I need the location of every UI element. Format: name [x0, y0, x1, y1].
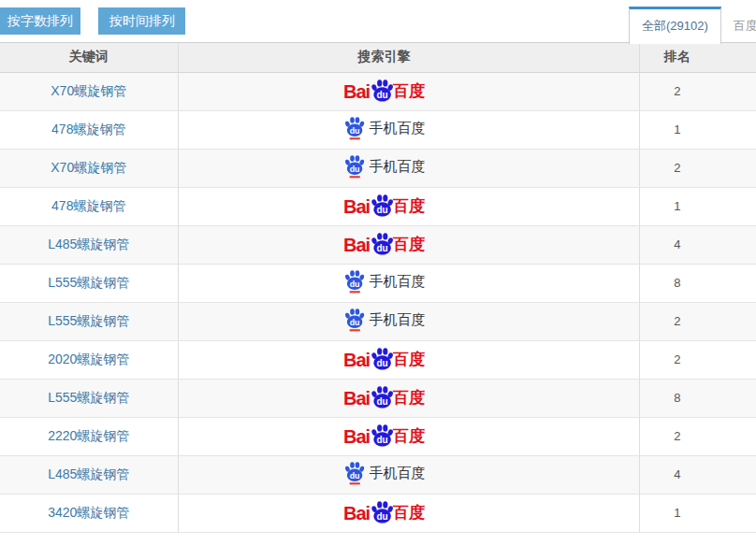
- engine-cell: du 手机百度: [178, 264, 639, 302]
- table-row: 478螺旋钢管 Bai du 百度 1: [0, 187, 756, 225]
- engine-filter-tabs: 全部(29102) 百度: [629, 7, 756, 44]
- column-header-engine: 搜索引擎: [178, 43, 639, 72]
- rank-value: 4: [639, 455, 756, 494]
- baidu-mobile-du-text: du: [349, 470, 359, 480]
- baidu-pc-logo: Bai du 百度: [343, 79, 425, 104]
- keyword-link[interactable]: 2020螺旋钢管: [48, 351, 129, 366]
- rank-value: 2: [639, 149, 756, 187]
- column-header-keyword: 关键词: [0, 43, 178, 72]
- engine-cell: du 手机百度: [178, 110, 639, 149]
- baidu-logo-du-text: du: [377, 435, 388, 445]
- baidu-paw-icon: du: [370, 347, 395, 372]
- baidu-mobile-logo: du 手机百度: [343, 116, 426, 140]
- rank-value: 2: [639, 302, 756, 340]
- baidu-mobile-label: 手机百度: [370, 274, 426, 288]
- baidu-logo-du-text: du: [377, 396, 388, 407]
- keyword-cell: 2020螺旋钢管: [0, 340, 178, 379]
- tab-baidu[interactable]: 百度: [721, 8, 756, 44]
- keyword-link[interactable]: L555螺旋钢管: [48, 275, 129, 290]
- table-row: 2220螺旋钢管 Bai du 百度 2: [0, 417, 756, 455]
- baidu-mobile-logo: du 手机百度: [343, 308, 426, 332]
- baidu-paw-icon: du: [370, 79, 395, 104]
- engine-cell: Bai du 百度: [178, 225, 639, 264]
- keyword-link[interactable]: 478螺旋钢管: [51, 122, 125, 136]
- table-row: L485螺旋钢管 Bai du 百度 4: [0, 225, 756, 264]
- baidu-mobile-label: 手机百度: [370, 121, 426, 135]
- baidu-mobile-du-text: du: [349, 279, 359, 288]
- baidu-paw-icon: du: [370, 232, 395, 257]
- baidu-mobile-underline: [349, 176, 359, 178]
- sort-by-chars-button[interactable]: 按字数排列: [0, 7, 80, 35]
- keyword-cell: L555螺旋钢管: [0, 302, 178, 340]
- baidu-logo-cn-text: 百度: [393, 83, 425, 99]
- keyword-cell: L485螺旋钢管: [0, 455, 178, 494]
- engine-cell: Bai du 百度: [178, 187, 639, 225]
- table-row: L555螺旋钢管 Bai du 百度 8: [0, 379, 756, 417]
- baidu-pc-logo: Bai du 百度: [343, 500, 425, 525]
- rank-value: 8: [639, 264, 756, 302]
- baidu-logo-bai-text: Bai: [343, 197, 370, 216]
- baidu-paw-icon: du: [370, 500, 395, 525]
- keyword-link[interactable]: X70螺旋钢管: [51, 160, 126, 175]
- baidu-mobile-underline: [349, 482, 359, 484]
- keyword-link[interactable]: L555螺旋钢管: [48, 390, 129, 405]
- baidu-logo-du-text: du: [377, 358, 388, 368]
- rank-value: 1: [639, 187, 756, 225]
- baidu-logo-cn-text: 百度: [393, 390, 425, 406]
- baidu-mobile-label: 手机百度: [370, 312, 426, 326]
- keyword-link[interactable]: 3420螺旋钢管: [48, 505, 129, 520]
- engine-cell: du 手机百度: [178, 149, 639, 187]
- sort-by-time-button[interactable]: 按时间排列: [98, 7, 185, 35]
- rank-value: 1: [639, 110, 756, 149]
- keyword-link[interactable]: 478螺旋钢管: [51, 198, 125, 213]
- baidu-mobile-paw-icon: du: [343, 116, 366, 140]
- keyword-link[interactable]: L485螺旋钢管: [48, 466, 129, 481]
- tab-all[interactable]: 全部(29102): [629, 7, 721, 44]
- baidu-paw-icon: du: [370, 423, 395, 449]
- baidu-pc-logo: Bai du 百度: [343, 347, 425, 372]
- engine-cell: Bai du 百度: [178, 494, 639, 532]
- table-row: 2020螺旋钢管 Bai du 百度 2: [0, 340, 756, 379]
- baidu-logo-du-text: du: [377, 90, 388, 100]
- engine-cell: du 手机百度: [178, 302, 639, 340]
- keyword-link[interactable]: 2220螺旋钢管: [48, 428, 129, 443]
- baidu-logo-du-text: du: [377, 205, 388, 215]
- table-row: 3420螺旋钢管 Bai du 百度 1: [0, 494, 756, 532]
- baidu-logo-du-text: du: [377, 511, 388, 522]
- keyword-link[interactable]: L555螺旋钢管: [48, 313, 129, 328]
- baidu-pc-logo: Bai du 百度: [343, 385, 425, 410]
- table-row: X70螺旋钢管 du 手机百度 2: [0, 149, 756, 187]
- engine-cell: Bai du 百度: [178, 340, 639, 379]
- baidu-logo-bai-text: Bai: [343, 504, 370, 523]
- baidu-pc-logo: Bai du 百度: [343, 194, 425, 219]
- keyword-cell: X70螺旋钢管: [0, 149, 178, 187]
- table-row: L555螺旋钢管 du 手机百度 2: [0, 302, 756, 340]
- rank-value: 1: [639, 494, 756, 532]
- baidu-mobile-paw-icon: du: [343, 461, 366, 485]
- keyword-cell: L555螺旋钢管: [0, 264, 178, 302]
- keyword-link[interactable]: L485螺旋钢管: [48, 237, 129, 251]
- keyword-cell: 2220螺旋钢管: [0, 417, 178, 455]
- baidu-paw-icon: du: [370, 194, 395, 219]
- baidu-pc-logo: Bai du 百度: [343, 232, 425, 257]
- table-row: L485螺旋钢管 du 手机百度 4: [0, 455, 756, 494]
- baidu-logo-du-text: du: [377, 243, 388, 253]
- table-row: 478螺旋钢管 du 手机百度 1: [0, 110, 756, 149]
- baidu-logo-bai-text: Bai: [343, 427, 370, 446]
- keyword-rank-page: 按字数排列 按时间排列 全部(29102) 百度 关键词 搜索引擎 排名 X70…: [0, 0, 756, 545]
- baidu-mobile-underline: [349, 329, 359, 331]
- table-header: 关键词 搜索引擎 排名: [0, 43, 756, 72]
- baidu-mobile-paw-icon: du: [343, 269, 366, 294]
- table-body: X70螺旋钢管 Bai du 百度 2 478螺旋钢管: [0, 72, 756, 532]
- baidu-paw-icon: du: [370, 385, 395, 410]
- rank-value: 2: [639, 417, 756, 455]
- column-header-rank: 排名: [639, 43, 756, 72]
- baidu-mobile-du-text: du: [349, 164, 359, 173]
- baidu-mobile-logo: du 手机百度: [343, 461, 426, 485]
- table-row: X70螺旋钢管 Bai du 百度 2: [0, 72, 756, 110]
- baidu-mobile-logo: du 手机百度: [343, 269, 426, 294]
- table-row: L555螺旋钢管 du 手机百度 8: [0, 264, 756, 302]
- baidu-mobile-du-text: du: [349, 317, 359, 326]
- baidu-logo-cn-text: 百度: [393, 351, 425, 367]
- keyword-link[interactable]: X70螺旋钢管: [51, 83, 126, 98]
